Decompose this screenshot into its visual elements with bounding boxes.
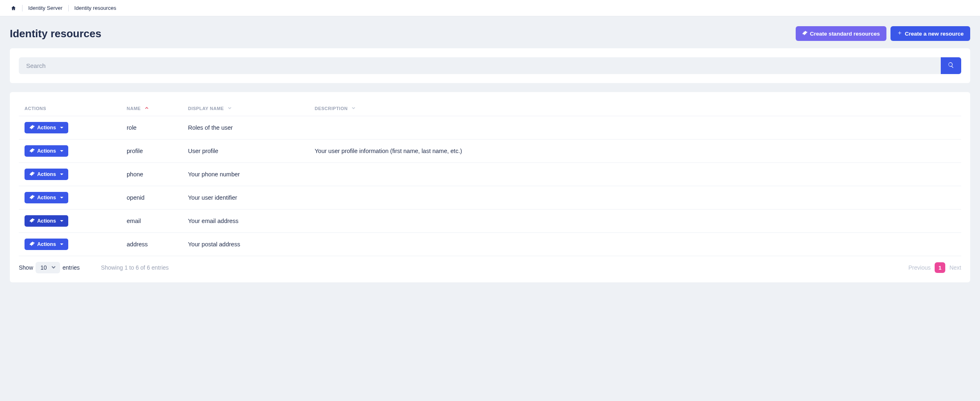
cell-name: profile [121,140,182,163]
search-icon [948,62,954,70]
gear-icon [29,124,35,131]
column-header-actions-label: ACTIONS [25,106,46,111]
caret-down-icon [60,197,63,198]
caret-down-icon [60,243,63,245]
create-standard-resources-button[interactable]: Create standard resources [796,26,886,41]
sort-neutral-icon [351,106,356,111]
row-actions-label: Actions [37,148,56,154]
gear-icon [29,171,35,178]
table-row: ActionsopenidYour user identifier [19,186,961,210]
caret-down-icon [60,173,63,175]
gear-icon [802,30,808,37]
page-header: Identity resources Create standard resou… [10,26,970,41]
table-footer: Show 10 entries Showing 1 to 6 of 6 entr… [19,256,961,273]
gear-icon [29,148,35,154]
pagination: Previous 1 Next [908,262,961,273]
row-actions-label: Actions [37,218,56,224]
sort-neutral-icon [228,106,232,111]
search-input[interactable] [19,57,941,74]
column-header-display-name[interactable]: DISPLAY NAME [182,101,309,116]
table-card: ACTIONS NAME DISPLAY NAME [10,92,970,282]
show-label: Show [19,264,33,271]
cell-name: role [121,116,182,140]
pagination-previous[interactable]: Previous [908,264,931,271]
row-actions-button[interactable]: Actions [25,215,68,227]
column-header-description[interactable]: DESCRIPTION [309,101,961,116]
column-header-display-name-label: DISPLAY NAME [188,106,224,111]
cell-display-name: Your email address [182,210,309,233]
table-row: ActionsaddressYour postal address [19,233,961,256]
row-actions-button[interactable]: Actions [25,169,68,180]
breadcrumb-identity-resources[interactable]: Identity resources [69,3,122,13]
cell-name: email [121,210,182,233]
row-actions-label: Actions [37,171,56,177]
row-actions-label: Actions [37,241,56,247]
column-header-description-label: DESCRIPTION [315,106,348,111]
cell-name: phone [121,163,182,186]
search-card [10,48,970,83]
cell-description: Your user profile information (first nam… [309,140,961,163]
plus-icon [897,30,902,37]
page-size-select[interactable]: 10 [36,262,60,273]
cell-display-name: Your phone number [182,163,309,186]
breadcrumb: Identity Server Identity resources [0,0,980,16]
column-header-actions: ACTIONS [19,101,121,116]
row-actions-button[interactable]: Actions [25,122,68,133]
pagination-page-1[interactable]: 1 [935,262,945,273]
cell-display-name: Your user identifier [182,186,309,210]
row-actions-label: Actions [37,125,56,131]
search-button[interactable] [941,57,961,74]
gear-icon [29,218,35,224]
pagination-next[interactable]: Next [949,264,961,271]
table-row: ActionsroleRoles of the user [19,116,961,140]
home-icon[interactable] [5,4,22,13]
header-buttons: Create standard resources Create a new r… [796,26,970,41]
caret-down-icon [60,150,63,152]
row-actions-label: Actions [37,195,56,200]
cell-description [309,163,961,186]
row-actions-button[interactable]: Actions [25,239,68,250]
identity-resources-table: ACTIONS NAME DISPLAY NAME [19,101,961,256]
row-actions-button[interactable]: Actions [25,145,68,157]
cell-display-name: Your postal address [182,233,309,256]
create-standard-resources-label: Create standard resources [810,31,880,37]
cell-display-name: Roles of the user [182,116,309,140]
cell-display-name: User profile [182,140,309,163]
gear-icon [29,194,35,201]
create-new-resource-label: Create a new resource [905,31,964,37]
entries-label: entries [63,264,80,271]
create-new-resource-button[interactable]: Create a new resource [891,26,970,41]
cell-description [309,116,961,140]
column-header-name-label: NAME [127,106,141,111]
cell-description [309,186,961,210]
table-row: ActionsemailYour email address [19,210,961,233]
table-row: ActionsprofileUser profileYour user prof… [19,140,961,163]
row-actions-button[interactable]: Actions [25,192,68,203]
breadcrumb-identity-server[interactable]: Identity Server [22,3,68,13]
sort-asc-icon [145,106,149,111]
cell-description [309,233,961,256]
table-row: ActionsphoneYour phone number [19,163,961,186]
cell-description [309,210,961,233]
gear-icon [29,241,35,248]
cell-name: openid [121,186,182,210]
entries-info: Showing 1 to 6 of 6 entries [101,264,169,271]
caret-down-icon [60,220,63,222]
page-title: Identity resources [10,27,101,40]
page-size-control: Show 10 entries Showing 1 to 6 of 6 entr… [19,262,169,273]
column-header-name[interactable]: NAME [121,101,182,116]
caret-down-icon [60,127,63,128]
cell-name: address [121,233,182,256]
